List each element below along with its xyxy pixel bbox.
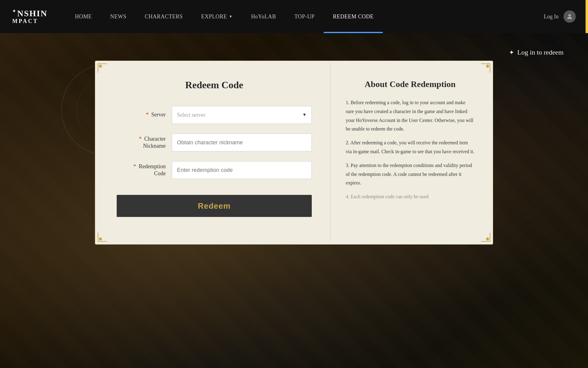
nav-item-characters[interactable]: CHARACTERS [136, 0, 192, 33]
character-nickname-row: * CharacterNickname [117, 134, 312, 151]
server-dropdown-icon: ▼ [302, 112, 307, 117]
corner-tr [481, 63, 490, 73]
nav-item-explore[interactable]: EXPLORE ▼ [192, 0, 242, 33]
redemption-code-input[interactable] [172, 161, 312, 179]
nav-item-redeem-code[interactable]: REDEEM CODE [324, 0, 383, 33]
corner-dot-br [486, 237, 489, 241]
server-row: * Server Select server ▼ [117, 106, 312, 124]
character-nickname-label: * CharacterNickname [117, 135, 166, 150]
right-panel: About Code Redemption 1. Before redeemin… [330, 64, 490, 241]
nav-accent-bar [586, 0, 588, 33]
navigation: ✦NSHIN MPACT HOME NEWS CHARACTERS EXPLOR… [0, 0, 588, 33]
about-title: About Code Redemption [346, 79, 474, 89]
user-avatar[interactable] [564, 10, 576, 23]
corner-dot-tl [99, 65, 102, 68]
nav-item-top-up[interactable]: TOP-UP [285, 0, 324, 33]
nav-item-hoyolab[interactable]: HoYoLAB [242, 0, 285, 33]
logo[interactable]: ✦NSHIN MPACT [12, 9, 47, 25]
server-required-star: * [146, 112, 149, 118]
login-link[interactable]: Log In [544, 13, 559, 20]
logo-star: ✦ [12, 9, 17, 13]
redemption-code-row: * RedemptionCode [117, 161, 312, 179]
server-label: * Server [117, 111, 166, 118]
info-point-2: 2. After redeeming a code, you will rece… [346, 138, 474, 156]
info-point-3: 3. Pay attention to the redemption condi… [346, 161, 474, 188]
redeem-card: Redeem Code * Server Select server ▼ * C… [95, 61, 493, 245]
redemption-required-star: * [134, 163, 136, 169]
login-star-icon: ✦ [509, 49, 514, 56]
nav-links: HOME NEWS CHARACTERS EXPLORE ▼ HoYoLAB T… [66, 0, 544, 33]
info-point-1: 1. Before redeeming a code, log in to yo… [346, 98, 474, 134]
left-panel: Redeem Code * Server Select server ▼ * C… [98, 64, 330, 241]
server-select[interactable]: Select server ▼ [172, 106, 312, 124]
hero-background: ✦ Log in to redeem Redeem Code * Server … [0, 33, 588, 368]
nav-right: Log In [544, 10, 576, 23]
nav-item-home[interactable]: HOME [66, 0, 101, 33]
corner-dot-tr [486, 65, 489, 68]
character-required-star: * [139, 136, 142, 142]
svg-point-0 [568, 14, 571, 17]
corner-br [481, 233, 490, 242]
redeem-title: Redeem Code [117, 79, 312, 91]
login-to-redeem-button[interactable]: ✦ Log in to redeem [509, 48, 564, 56]
nav-item-news[interactable]: NEWS [101, 0, 136, 33]
info-point-4: 4. Each redemption code can only be used [346, 192, 474, 201]
redeem-button[interactable]: Redeem [117, 195, 312, 217]
character-nickname-input[interactable] [172, 134, 312, 151]
explore-chevron-icon: ▼ [229, 14, 232, 19]
corner-dot-bl [99, 237, 102, 241]
redemption-code-label: * RedemptionCode [117, 163, 166, 177]
corner-bl [98, 233, 107, 242]
info-text: 1. Before redeeming a code, log in to yo… [346, 98, 474, 201]
